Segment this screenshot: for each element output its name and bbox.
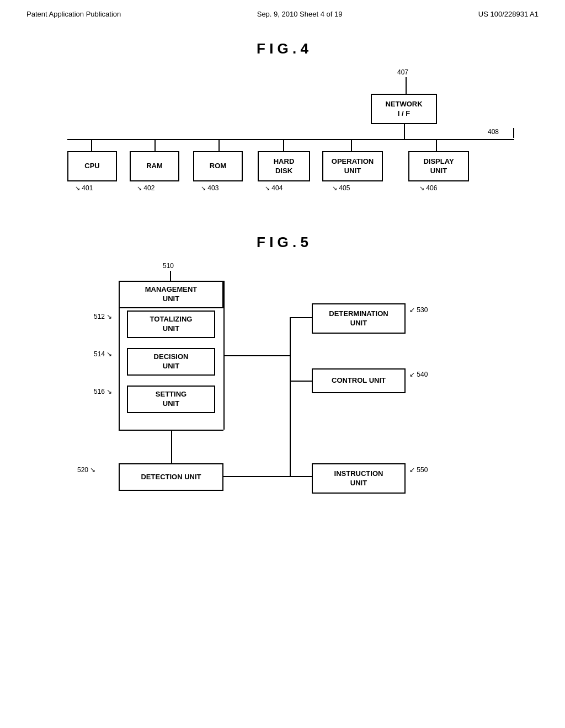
line-net-bus xyxy=(404,124,405,140)
line-407-down xyxy=(406,77,407,94)
ref-401: ↘ 401 xyxy=(75,184,93,192)
vline-cpu xyxy=(91,139,92,151)
box-control: CONTROL UNIT xyxy=(312,368,406,393)
ref-408: 408 xyxy=(488,128,499,136)
h-inst xyxy=(290,476,312,477)
vline-disp xyxy=(436,139,437,151)
vline-rom xyxy=(218,139,220,151)
header-right: US 100/228931 A1 xyxy=(478,10,539,18)
line-510-down xyxy=(170,271,171,281)
fig4-title: F I G . 4 xyxy=(33,40,532,57)
box-hd: HARDDISK xyxy=(258,151,310,181)
h-detect-branch xyxy=(223,476,290,477)
vline-op xyxy=(351,139,352,151)
vline-ram xyxy=(154,139,156,151)
outer-left xyxy=(119,281,120,430)
page-header: Patent Application Publication Sep. 9, 2… xyxy=(0,0,565,24)
ref-403: ↘ 403 xyxy=(201,184,218,192)
ref-405: ↘ 405 xyxy=(332,184,350,192)
ref-550: ↙ 550 xyxy=(409,466,428,474)
box-mgmt: MANAGEMENTUNIT xyxy=(119,281,223,308)
ref-540: ↙ 540 xyxy=(409,371,428,378)
box-total: TOTALIZINGUNIT xyxy=(127,311,215,338)
v-to-detection xyxy=(171,430,172,463)
header-left: Patent Application Publication xyxy=(26,10,121,18)
ref-510: 510 xyxy=(163,262,174,270)
ref-514: 514 ↘ xyxy=(94,350,112,358)
h-trunk xyxy=(223,355,290,356)
line-408-vert xyxy=(513,128,514,138)
box-cpu: CPU xyxy=(67,151,117,181)
box-rom: ROM xyxy=(193,151,243,181)
box-ram: RAM xyxy=(130,151,179,181)
h-det xyxy=(290,317,312,318)
ref-530: ↙ 530 xyxy=(409,306,428,314)
fig5-diagram: 510 MANAGEMENTUNIT 512 ↘ TOTALIZINGUNIT … xyxy=(33,262,532,538)
box-instruction: INSTRUCTIONUNIT xyxy=(312,463,406,494)
v-branch xyxy=(290,317,291,477)
box-determination: DETERMINATIONUNIT xyxy=(312,303,406,334)
ref-404: ↘ 404 xyxy=(265,184,282,192)
bus-line xyxy=(67,139,514,140)
box-network: NETWORKI / F xyxy=(371,94,437,124)
vline-hd xyxy=(283,139,284,151)
ref-512: 512 ↘ xyxy=(94,313,112,320)
fig5-title: F I G . 5 xyxy=(33,234,532,251)
box-op: OPERATIONUNIT xyxy=(322,151,383,181)
box-detection: DETECTION UNIT xyxy=(119,463,223,491)
box-setting: SETTINGUNIT xyxy=(127,386,215,413)
ref-406: ↘ 406 xyxy=(419,184,437,192)
h-ctrl xyxy=(290,381,312,382)
fig4-diagram: 407 NETWORKI / F 408 CPU RAM ROM HA xyxy=(33,68,532,201)
ref-407: 407 xyxy=(397,68,408,76)
fig4-section: F I G . 4 407 NETWORKI / F 408 CPU RAM xyxy=(0,24,565,223)
fig5-section: F I G . 5 510 MANAGEMENTUNIT 512 ↘ TOTAL… xyxy=(0,223,565,560)
header-center: Sep. 9, 2010 Sheet 4 of 19 xyxy=(257,10,343,18)
box-decision: DECISIONUNIT xyxy=(127,348,215,376)
ref-520: 520 ↘ xyxy=(77,466,95,474)
ref-516: 516 ↘ xyxy=(94,388,112,395)
ref-402: ↘ 402 xyxy=(137,184,154,192)
box-disp: DISPLAYUNIT xyxy=(408,151,469,181)
